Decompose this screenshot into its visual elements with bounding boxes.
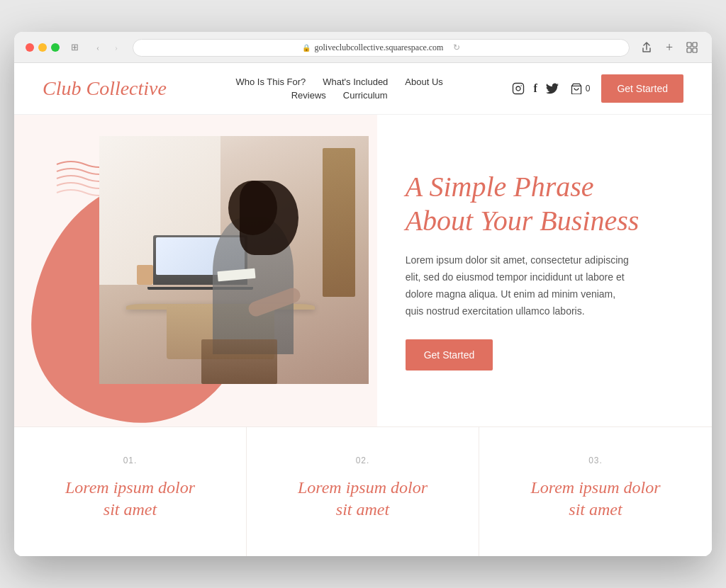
nav-link-about[interactable]: About Us	[405, 77, 442, 87]
feature-title-2: Lorem ipsum dolor sit amet	[275, 477, 450, 521]
tabs-icon[interactable]	[683, 39, 700, 56]
sidebar-toggle-icon[interactable]: ⊞	[68, 40, 82, 55]
feature-number-3: 03.	[508, 456, 683, 465]
hero-left	[14, 115, 377, 426]
feature-number-2: 02.	[275, 456, 450, 465]
instagram-icon[interactable]	[512, 82, 525, 95]
refresh-icon[interactable]: ↻	[453, 43, 460, 53]
site-nav: Who Is This For? What's Included About U…	[236, 77, 443, 101]
feature-title-3-line1: Lorem ipsum dolor	[530, 478, 660, 497]
feature-title-2-line2: sit amet	[336, 500, 389, 519]
window-controls: ⊞	[68, 40, 82, 55]
fullscreen-button[interactable]	[51, 43, 60, 52]
feature-item-2: 02. Lorem ipsum dolor sit amet	[247, 427, 479, 556]
hero-image-wrapper	[99, 136, 369, 384]
feature-title-3-line2: sit amet	[569, 500, 622, 519]
feature-title-1: Lorem ipsum dolor sit amet	[43, 477, 218, 521]
hero-heading: A Simple Phrase About Your Business	[406, 170, 676, 238]
new-tab-icon[interactable]: +	[661, 39, 678, 56]
feature-title-1-line2: sit amet	[104, 500, 157, 519]
hero-right: A Simple Phrase About Your Business Lore…	[377, 115, 712, 426]
cart-count: 0	[586, 84, 591, 94]
svg-point-5	[516, 86, 520, 91]
hero-section: A Simple Phrase About Your Business Lore…	[14, 115, 712, 426]
twitter-icon[interactable]	[546, 83, 559, 94]
back-button[interactable]: ‹	[90, 40, 106, 55]
svg-rect-1	[693, 43, 697, 47]
minimize-button[interactable]	[38, 43, 47, 52]
hero-heading-line2: About Your Business	[406, 205, 640, 237]
lock-icon: 🔒	[302, 44, 311, 52]
feature-item-1: 01. Lorem ipsum dolor sit amet	[14, 427, 247, 556]
facebook-icon[interactable]: f	[533, 82, 537, 95]
url-text: goliveclubcollective.squarespace.com	[315, 43, 444, 53]
forward-button[interactable]: ›	[108, 40, 124, 55]
site-header: Club Collective Who Is This For? What's …	[14, 63, 712, 115]
nav-link-who[interactable]: Who Is This For?	[236, 77, 306, 87]
feature-title-2-line1: Lorem ipsum dolor	[298, 478, 428, 497]
nav-row-2: Reviews Curriculum	[291, 90, 388, 101]
nav-link-reviews[interactable]: Reviews	[291, 90, 326, 101]
hero-cta-button[interactable]: Get Started	[406, 339, 493, 371]
url-bar[interactable]: 🔒 goliveclubcollective.squarespace.com ↻	[133, 39, 630, 57]
header-cta-button[interactable]: Get Started	[601, 74, 683, 103]
nav-buttons: ‹ ›	[90, 40, 124, 55]
feature-title-1-line1: Lorem ipsum dolor	[65, 478, 195, 497]
svg-rect-4	[513, 83, 524, 94]
browser-window: ⊞ ‹ › 🔒 goliveclubcollective.squarespace…	[14, 32, 712, 556]
website-content: Club Collective Who Is This For? What's …	[14, 63, 712, 556]
close-button[interactable]	[26, 43, 34, 52]
svg-rect-0	[687, 43, 691, 47]
social-icons: f	[512, 82, 558, 95]
feature-number-1: 01.	[43, 456, 218, 465]
browser-actions: +	[638, 39, 700, 56]
traffic-lights	[26, 43, 60, 52]
svg-rect-2	[687, 48, 691, 52]
hero-body-text: Lorem ipsum dolor sit amet, consectetur …	[406, 252, 632, 320]
nav-link-whats-included[interactable]: What's Included	[323, 77, 388, 87]
feature-title-3: Lorem ipsum dolor sit amet	[508, 477, 683, 521]
features-section: 01. Lorem ipsum dolor sit amet 02. Lorem…	[14, 426, 712, 556]
svg-rect-3	[693, 48, 697, 52]
feature-item-3: 03. Lorem ipsum dolor sit amet	[479, 427, 712, 556]
hero-heading-line1: A Simple Phrase	[406, 171, 594, 203]
cart-icon[interactable]: 0	[570, 83, 591, 94]
header-right: f 0 Get Started	[512, 74, 683, 103]
nav-link-curriculum[interactable]: Curriculum	[343, 90, 388, 101]
site-logo[interactable]: Club Collective	[43, 77, 167, 100]
share-icon[interactable]	[638, 39, 655, 56]
nav-row-1: Who Is This For? What's Included About U…	[236, 77, 443, 87]
browser-chrome: ⊞ ‹ › 🔒 goliveclubcollective.squarespace…	[14, 32, 712, 63]
svg-point-6	[521, 85, 523, 86]
